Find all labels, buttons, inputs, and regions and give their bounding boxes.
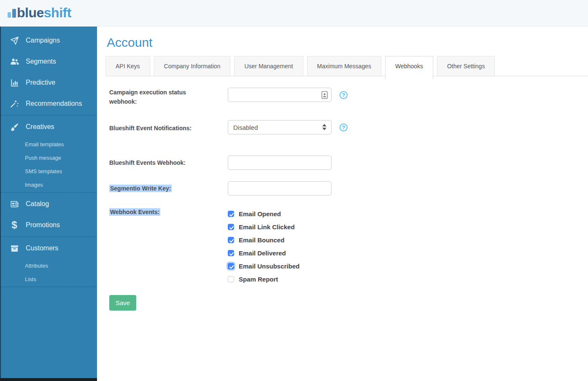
segmentio-key-label: Segmentio Write Key: xyxy=(109,181,228,193)
sidebar: CampaignsSegmentsPredictiveRecommendatio… xyxy=(0,27,97,381)
dollar-icon: $ xyxy=(9,220,20,230)
sidebar-item-label: SMS templates xyxy=(25,168,62,174)
tab-other-settings[interactable]: Other Settings xyxy=(437,56,495,76)
checkbox[interactable] xyxy=(228,263,234,269)
checkbox[interactable] xyxy=(228,237,234,243)
newspaper-icon xyxy=(9,199,20,209)
sidebar-item-push-message[interactable]: Push message xyxy=(0,151,97,164)
sidebar-item-label: Attributes xyxy=(25,263,48,269)
sidebar-item-attributes[interactable]: Attributes xyxy=(0,259,97,272)
segmentio-key-row: Segmentio Write Key: xyxy=(109,181,588,196)
sidebar-item-images[interactable]: Images xyxy=(0,178,97,191)
campaign-webhook-input[interactable] xyxy=(228,88,332,102)
sidebar-item-customers[interactable]: Customers xyxy=(0,238,97,259)
magic-wand-icon xyxy=(9,99,20,109)
sidebar-item-label: Predictive xyxy=(26,79,55,86)
sidebar-item-label: Segments xyxy=(26,58,56,65)
sidebar-item-label: Customers xyxy=(26,244,58,252)
checkbox-label: Email Delivered xyxy=(239,250,286,257)
main-content: Account API KeysCompany InformationUser … xyxy=(97,27,588,381)
sidebar-item-label: Lists xyxy=(25,276,36,282)
blueshift-logo[interactable]: blueshift xyxy=(8,5,71,20)
webhook-events-row: Webhook Events: Email OpenedEmail Link C… xyxy=(109,207,588,286)
checkbox[interactable] xyxy=(228,276,234,282)
sidebar-item-label: Recommendations xyxy=(26,100,82,107)
tabs-bar: API KeysCompany InformationUser Manageme… xyxy=(105,56,588,76)
sidebar-item-predictive[interactable]: Predictive xyxy=(0,72,97,93)
checkbox[interactable] xyxy=(228,250,234,256)
sidebar-item-catalog[interactable]: Catalog xyxy=(0,193,97,215)
archive-box-icon xyxy=(9,243,20,253)
save-button[interactable]: Save xyxy=(109,295,136,311)
contact-autofill-icon[interactable] xyxy=(321,91,328,100)
page-title: Account xyxy=(107,35,588,50)
webhook-event-email-delivered[interactable]: Email Delivered xyxy=(228,247,299,260)
events-webhook-row: Blueshift Events Webhook: xyxy=(109,156,588,170)
sidebar-item-promotions[interactable]: $Promotions xyxy=(0,215,97,236)
sidebar-bottom-strip xyxy=(0,378,97,381)
sidebar-divider xyxy=(0,287,97,287)
paper-plane-icon xyxy=(9,35,20,46)
sidebar-divider xyxy=(0,115,97,115)
logo-text: blueshift xyxy=(17,5,71,20)
checkbox-label: Spam Report xyxy=(239,276,278,283)
top-header: blueshift xyxy=(0,0,588,27)
event-notifications-select[interactable]: Disabled xyxy=(228,120,332,134)
webhook-event-email-unsubscribed[interactable]: Email Unsubscribed xyxy=(228,260,299,273)
sidebar-item-label: Images xyxy=(25,182,43,188)
tab-maximum-messages[interactable]: Maximum Messages xyxy=(307,56,381,76)
sidebar-item-segments[interactable]: Segments xyxy=(0,51,97,72)
sidebar-item-campaigns[interactable]: Campaigns xyxy=(0,30,97,51)
checkbox[interactable] xyxy=(228,211,234,217)
up-down-arrows-icon xyxy=(322,124,326,130)
event-notifications-label: Blueshift Event Notifications: xyxy=(109,120,228,133)
paint-brush-icon xyxy=(9,122,20,132)
sidebar-item-sms-templates[interactable]: SMS templates xyxy=(0,164,97,178)
sidebar-divider xyxy=(0,236,97,237)
sidebar-item-email-templates[interactable]: Email templates xyxy=(0,137,97,151)
tab-api-keys[interactable]: API Keys xyxy=(105,56,150,76)
sidebar-item-creatives[interactable]: Creatives xyxy=(0,116,97,137)
sidebar-item-label: Catalog xyxy=(26,200,49,208)
events-webhook-input[interactable] xyxy=(228,156,332,170)
webhook-event-email-bounced[interactable]: Email Bounced xyxy=(228,233,299,247)
tab-webhooks[interactable]: Webhooks xyxy=(385,56,433,79)
event-notifications-row: Blueshift Event Notifications: Disabled … xyxy=(109,120,588,134)
events-webhook-label: Blueshift Events Webhook: xyxy=(109,156,228,167)
tab-user-management[interactable]: User Management xyxy=(234,56,303,76)
sidebar-item-label: Campaigns xyxy=(26,37,60,44)
campaign-webhook-label: Campaign execution status webhook: xyxy=(109,88,228,106)
tab-company-information[interactable]: Company Information xyxy=(154,56,231,76)
webhook-event-email-opened[interactable]: Email Opened xyxy=(228,207,299,220)
checkbox-label: Email Unsubscribed xyxy=(239,263,299,270)
webhooks-form: Campaign execution status webhook: ? Blu… xyxy=(109,88,588,311)
checkbox-label: Email Bounced xyxy=(239,236,284,244)
sidebar-item-label: Email templates xyxy=(25,141,64,148)
select-value: Disabled xyxy=(233,124,258,131)
webhook-events-label: Webhook Events: xyxy=(109,207,228,217)
sidebar-item-lists[interactable]: Lists xyxy=(0,272,97,286)
sidebar-item-label: Promotions xyxy=(26,221,60,229)
help-icon[interactable]: ? xyxy=(340,123,348,131)
campaign-webhook-row: Campaign execution status webhook: ? xyxy=(109,88,588,106)
checkbox[interactable] xyxy=(228,224,234,230)
segmentio-key-input[interactable] xyxy=(228,181,332,196)
webhook-event-email-link-clicked[interactable]: Email Link Clicked xyxy=(228,220,299,233)
sidebar-item-recommendations[interactable]: Recommendations xyxy=(0,93,97,114)
webhook-events-list: Email OpenedEmail Link ClickedEmail Boun… xyxy=(228,207,299,286)
users-icon xyxy=(9,56,20,67)
sidebar-item-label: Creatives xyxy=(26,123,54,131)
bar-chart-icon xyxy=(9,78,20,88)
sidebar-item-label: Push message xyxy=(25,155,61,161)
help-icon[interactable]: ? xyxy=(340,91,348,99)
sidebar-divider xyxy=(0,192,97,193)
sidebar-menu: CampaignsSegmentsPredictiveRecommendatio… xyxy=(0,30,97,287)
checkbox-label: Email Link Clicked xyxy=(239,223,295,231)
tabs-list: API KeysCompany InformationUser Manageme… xyxy=(105,56,588,76)
logo-bars-icon xyxy=(8,9,16,18)
webhook-event-spam-report[interactable]: Spam Report xyxy=(228,273,299,286)
checkbox-label: Email Opened xyxy=(239,210,281,217)
